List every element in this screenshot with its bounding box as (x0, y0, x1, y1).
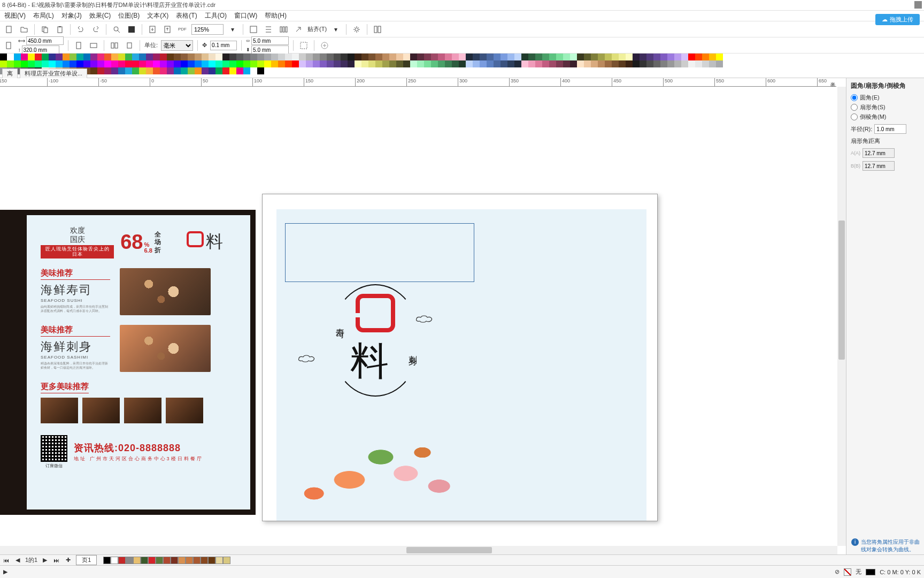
palette-swatch[interactable] (410, 54, 417, 60)
palette-swatch[interactable] (97, 54, 104, 60)
page-last-icon[interactable]: ⏭ (50, 557, 63, 564)
palette-swatch[interactable] (653, 60, 660, 67)
palette-swatch[interactable] (674, 60, 681, 67)
palette-swatch[interactable] (209, 54, 215, 60)
palette-swatch[interactable] (577, 60, 584, 67)
doc-swatch[interactable] (193, 557, 201, 564)
palette-swatch[interactable] (229, 60, 236, 67)
palette-swatch[interactable] (382, 54, 389, 60)
palette-swatch[interactable] (389, 60, 396, 67)
palette-swatch[interactable] (341, 54, 348, 60)
doc-swatch[interactable] (133, 557, 141, 564)
palette-swatch[interactable] (431, 54, 438, 60)
nudge-input[interactable] (210, 41, 237, 50)
palette-swatch[interactable] (612, 60, 619, 67)
doc-swatch[interactable] (118, 557, 126, 564)
current-page-icon[interactable] (124, 40, 135, 51)
palette-swatch[interactable] (681, 54, 688, 60)
palette-swatch[interactable] (153, 60, 160, 67)
palette-swatch[interactable] (521, 60, 528, 67)
palette-swatch[interactable] (202, 54, 209, 60)
palette-swatch[interactable] (570, 60, 577, 67)
palette-swatch[interactable] (716, 54, 723, 60)
palette-swatch[interactable] (327, 54, 334, 60)
selection-rectangle[interactable] (285, 223, 474, 282)
palette-swatch[interactable] (598, 54, 605, 60)
palette-swatch[interactable] (438, 60, 445, 67)
tab-1[interactable]: 离 (2, 69, 18, 78)
palette-swatch[interactable] (514, 60, 521, 67)
palette-swatch[interactable] (633, 60, 640, 67)
palette-swatch[interactable] (382, 60, 389, 67)
menu-object[interactable]: 对象(J) (61, 11, 82, 20)
palette-swatch[interactable] (702, 54, 709, 60)
menu-text[interactable]: 文本(X) (147, 11, 168, 20)
palette-swatch[interactable] (320, 60, 327, 67)
palette-swatch[interactable] (0, 60, 7, 67)
palette-swatch[interactable] (35, 54, 42, 60)
doc-swatch[interactable] (126, 557, 133, 564)
landscape-icon[interactable] (88, 40, 99, 51)
palette-swatch[interactable] (605, 54, 612, 60)
palette-swatch[interactable] (299, 60, 306, 67)
palette-swatch[interactable] (466, 54, 473, 60)
palette-swatch[interactable] (487, 54, 494, 60)
palette-swatch[interactable] (375, 54, 382, 60)
doc-swatch[interactable] (103, 557, 111, 564)
palette-swatch[interactable] (494, 60, 500, 67)
palette-swatch[interactable] (438, 54, 445, 60)
palette-swatch[interactable] (709, 60, 716, 67)
palette-swatch[interactable] (570, 54, 577, 60)
menu-bitmap[interactable]: 位图(B) (118, 11, 140, 20)
palette-swatch[interactable] (21, 54, 28, 60)
dup-x-input[interactable] (251, 36, 289, 45)
menu-table[interactable]: 表格(T) (176, 11, 197, 20)
palette-swatch[interactable] (195, 54, 202, 60)
palette-swatch[interactable] (327, 60, 334, 67)
add-preset-icon[interactable] (319, 40, 330, 51)
palette-swatch[interactable] (188, 54, 195, 60)
palette-swatch[interactable] (514, 54, 521, 60)
palette-swatch[interactable] (174, 60, 181, 67)
palette-swatch[interactable] (640, 54, 646, 60)
palette-swatch[interactable] (14, 54, 21, 60)
doc-swatch[interactable] (171, 557, 178, 564)
palette-swatch[interactable] (500, 60, 507, 67)
palette-swatch[interactable] (334, 60, 341, 67)
palette-swatch[interactable] (139, 60, 146, 67)
palette-swatch[interactable] (160, 54, 167, 60)
palette-swatch[interactable] (153, 67, 160, 74)
flyer-page-1[interactable]: 欢度 国庆 匠人现场烹饪体验舌尖上的日本 68 % 6.8 全 场 (0, 210, 256, 515)
palette-swatch[interactable] (153, 54, 160, 60)
unit-select[interactable]: 毫米 (161, 40, 193, 51)
palette-swatch[interactable] (410, 60, 417, 67)
palette-swatch[interactable] (97, 60, 104, 67)
palette-swatch[interactable] (341, 60, 348, 67)
palette-swatch[interactable] (424, 60, 431, 67)
orientation-icon[interactable] (3, 40, 15, 51)
palette-swatch[interactable] (188, 60, 195, 67)
palette-swatch[interactable] (118, 67, 125, 74)
palette-swatch[interactable] (417, 54, 424, 60)
menu-window[interactable]: 窗口(W) (234, 11, 257, 20)
options-icon[interactable] (351, 24, 363, 35)
palette-swatch[interactable] (0, 54, 7, 60)
palette-swatch[interactable] (591, 60, 598, 67)
palette-swatch[interactable] (202, 67, 209, 74)
palette-swatch[interactable] (160, 60, 167, 67)
treat-as-icon[interactable] (298, 40, 310, 51)
palette-swatch[interactable] (70, 54, 76, 60)
palette-swatch[interactable] (361, 54, 368, 60)
palette-swatch[interactable] (222, 54, 229, 60)
palette-swatch[interactable] (403, 54, 410, 60)
palette-swatch[interactable] (7, 54, 14, 60)
opt-chamfer[interactable]: 倒棱角(M) (851, 113, 920, 121)
palette-swatch[interactable] (674, 54, 681, 60)
palette-swatch[interactable] (396, 60, 403, 67)
palette-swatch[interactable] (688, 60, 695, 67)
fill-icon[interactable] (126, 24, 137, 35)
palette-swatch[interactable] (619, 54, 626, 60)
palette-swatch[interactable] (389, 54, 396, 60)
page-first-icon[interactable]: ⏮ (0, 557, 12, 564)
palette-swatch[interactable] (167, 67, 174, 74)
